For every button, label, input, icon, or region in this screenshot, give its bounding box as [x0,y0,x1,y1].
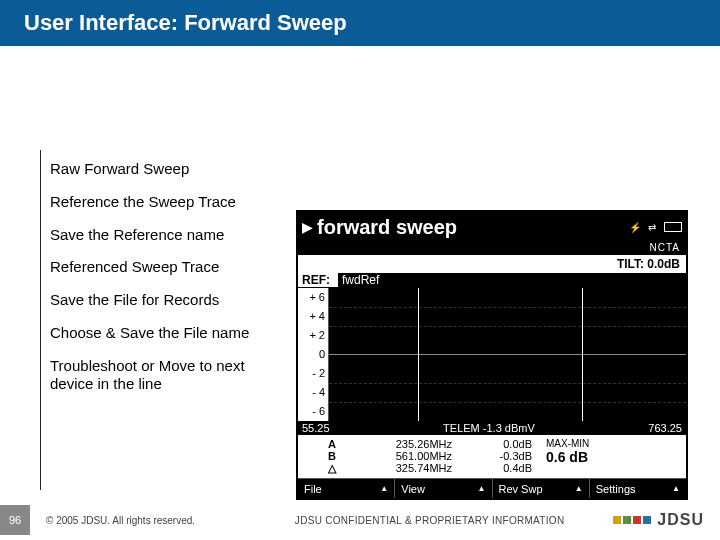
battery-icon [664,222,682,232]
logo-square-icon [633,516,641,524]
marker-freq: 561.00MHz [352,450,452,462]
step-item: Raw Forward Sweep [50,160,280,179]
vertical-rule [40,150,41,490]
ncta-label: NCTA [298,242,686,255]
ref-label: REF: [298,273,338,287]
logo-square-icon [643,516,651,524]
softkey-bar: File▲ View▲ Rev Swp▲ Settings▲ [298,478,686,498]
logo-square-icon [623,516,631,524]
step-item: Save the File for Records [50,291,280,310]
marker-delta: 0.0dB [462,438,532,450]
marker-delta: -0.3dB [462,450,532,462]
play-icon: ▶ [298,219,317,235]
copyright: © 2005 JDSU. All rights reserved. [46,515,246,526]
y-tick: - 4 [298,383,325,402]
x-max: 763.25 [648,422,682,434]
marker-table: A B △ 235.26MHz 561.00MHz 325.74MHz 0.0d… [298,435,686,478]
softkey-view[interactable]: View▲ [395,479,492,498]
sweep-plot [328,288,686,421]
page-number: 96 [0,505,30,535]
telem-readout: TELEM -1.3 dBmV [330,422,649,434]
jdsu-logo: JDSU [613,511,720,529]
step-item: Save the Reference name [50,226,280,245]
marker-b-line [582,288,583,421]
gridline [329,402,686,403]
chevron-up-icon: ▲ [478,484,486,493]
softkey-revswp[interactable]: Rev Swp▲ [493,479,590,498]
y-axis: + 6 + 4 + 2 0 - 2 - 4 - 6 [298,288,328,421]
softkey-settings[interactable]: Settings▲ [590,479,686,498]
chevron-up-icon: ▲ [575,484,583,493]
chevron-up-icon: ▲ [672,484,680,493]
step-item: Reference the Sweep Trace [50,193,280,212]
content-area: Raw Forward Sweep Reference the Sweep Tr… [0,60,720,500]
confidential-notice: JDSU CONFIDENTIAL & PROPRIETARY INFORMAT… [246,515,613,526]
y-tick: + 4 [298,307,325,326]
marker-label: B [328,450,352,462]
logo-square-icon [613,516,621,524]
device-screenshot: ▶ forward sweep ⚡ ⇄ NCTA TILT: 0.0dB REF… [296,210,688,500]
step-item: Referenced Sweep Trace [50,258,280,277]
step-item: Choose & Save the File name [50,324,280,343]
reference-row: REF: fwdRef [298,273,686,287]
plot-area: + 6 + 4 + 2 0 - 2 - 4 - 6 [298,287,686,421]
y-tick: + 2 [298,326,325,345]
y-tick: + 6 [298,288,325,307]
steps-list: Raw Forward Sweep Reference the Sweep Tr… [50,160,280,408]
gridline [329,326,686,327]
maxmin-label: MAX-MIN [546,438,682,449]
gridline [329,307,686,308]
slide-footer: 96 © 2005 JDSU. All rights reserved. JDS… [0,500,720,540]
marker-label: △ [328,462,352,475]
chevron-up-icon: ▲ [380,484,388,493]
x-axis: 55.25 TELEM -1.3 dBmV 763.25 [298,421,686,435]
x-min: 55.25 [302,422,330,434]
y-tick: 0 [298,345,325,364]
y-tick: - 2 [298,364,325,383]
step-item: Troubleshoot or Move to next device in t… [50,357,280,395]
device-title: forward sweep [317,216,629,239]
tilt-readout: TILT: 0.0dB [298,255,686,273]
marker-label: A [328,438,352,450]
marker-freq: 235.26MHz [352,438,452,450]
marker-a-line [418,288,419,421]
logo-text: JDSU [657,511,704,529]
maxmin-value: 0.6 dB [546,449,682,465]
ref-value: fwdRef [338,273,686,287]
marker-freq: 325.74MHz [352,462,452,474]
softkey-file[interactable]: File▲ [298,479,395,498]
gridline [329,383,686,384]
marker-delta: 0.4dB [462,462,532,474]
status-icons: ⚡ ⇄ [629,222,664,233]
zero-line [329,354,686,355]
y-tick: - 6 [298,402,325,421]
device-header: ▶ forward sweep ⚡ ⇄ [298,212,686,242]
slide-title: User Interface: Forward Sweep [0,0,720,46]
